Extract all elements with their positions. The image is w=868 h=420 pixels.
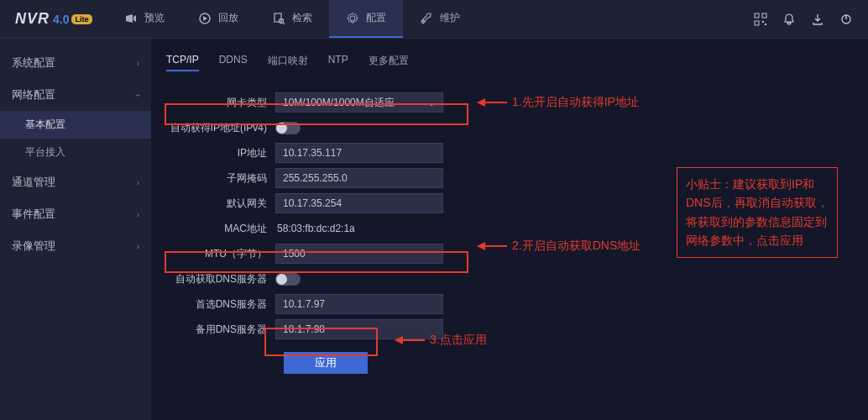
- subtab-more[interactable]: 更多配置: [369, 54, 409, 71]
- bell-icon[interactable]: [782, 13, 796, 26]
- annotation-box-2: [165, 251, 468, 273]
- content: TCP/IP DDNS 端口映射 NTP 更多配置 网卡类型 10M/100M/…: [151, 39, 868, 420]
- sidebar-item-system[interactable]: 系统配置 ›: [0, 47, 151, 79]
- annotation-3: 3.点击应用: [395, 333, 487, 348]
- arrow-line: [484, 102, 507, 103]
- logo-version: 4.0: [53, 13, 69, 26]
- body: 系统配置 › 网络配置 › 基本配置 平台接入 通道管理 › 事件配置 › 录像…: [0, 39, 868, 420]
- input-ip[interactable]: [275, 143, 443, 163]
- chevron-down-icon: ›: [133, 93, 143, 96]
- annotation-2-text: 2.开启自动获取DNS地址: [512, 239, 641, 254]
- label-auto-dns: 自动获取DNS服务器: [166, 272, 275, 286]
- tab-search-label: 检索: [292, 11, 312, 25]
- sidebar-item-event[interactable]: 事件配置 ›: [0, 198, 151, 230]
- chevron-right-icon: ›: [137, 178, 139, 187]
- tab-maintain-label: 维护: [440, 11, 460, 25]
- topbar: NVR 4.0 Lite 预览 回放 检索 配置 维护: [0, 0, 868, 39]
- sidebar-item-channel[interactable]: 通道管理 ›: [0, 166, 151, 198]
- tab-maintain[interactable]: 维护: [403, 0, 477, 38]
- annotation-3-text: 3.点击应用: [430, 333, 487, 348]
- sidebar-sub-basic[interactable]: 基本配置: [0, 111, 151, 139]
- logo-text: NVR: [15, 10, 50, 28]
- gear-icon: [346, 12, 359, 25]
- label-ip: IP地址: [166, 146, 275, 160]
- tab-config-label: 配置: [366, 11, 386, 25]
- tip-box: 小贴士：建议获取到IP和DNS后，再取消自动获取，将获取到的参数信息固定到网络参…: [677, 167, 838, 258]
- arrow-line: [401, 339, 425, 341]
- sidebar-item-record[interactable]: 录像管理 ›: [0, 230, 151, 262]
- tab-playback[interactable]: 回放: [181, 0, 255, 38]
- document-search-icon: [272, 12, 285, 25]
- power-icon[interactable]: [839, 13, 853, 26]
- chevron-right-icon: ›: [137, 210, 139, 219]
- tab-playback-label: 回放: [218, 11, 238, 25]
- arrow-line: [484, 245, 507, 247]
- input-mask[interactable]: [275, 168, 443, 188]
- annotation-2: 2.开启自动获取DNS地址: [477, 239, 641, 254]
- svg-line-3: [283, 23, 285, 24]
- qrcode-icon[interactable]: [754, 13, 767, 26]
- sidebar-label: 录像管理: [12, 239, 55, 254]
- topbar-right: [754, 13, 868, 26]
- download-icon[interactable]: [811, 13, 824, 26]
- subtab-ntp[interactable]: NTP: [328, 54, 348, 71]
- chevron-right-icon: ›: [137, 242, 139, 251]
- row-mac: MAC地址 58:03:fb:dc:d2:1a: [166, 216, 636, 241]
- label-mac: MAC地址: [166, 222, 275, 236]
- tab-preview-label: 预览: [144, 11, 165, 25]
- sub-tabs: TCP/IP DDNS 端口映射 NTP 更多配置: [166, 47, 853, 83]
- label-dns2: 备用DNS服务器: [166, 323, 275, 337]
- logo-badge: Lite: [71, 14, 92, 24]
- annotation-box-1: [165, 103, 468, 125]
- tab-config[interactable]: 配置: [329, 0, 403, 38]
- sidebar: 系统配置 › 网络配置 › 基本配置 平台接入 通道管理 › 事件配置 › 录像…: [0, 39, 151, 420]
- sidebar-sub-platform[interactable]: 平台接入: [0, 139, 151, 166]
- svg-rect-5: [762, 13, 766, 18]
- playback-icon: [198, 12, 212, 25]
- input-gateway[interactable]: [275, 193, 443, 213]
- sidebar-label: 网络配置: [12, 87, 55, 102]
- row-gateway: 默认网关: [166, 191, 636, 216]
- main-tabs: 预览 回放 检索 配置 维护: [107, 0, 477, 38]
- subtab-port[interactable]: 端口映射: [268, 54, 308, 71]
- svg-rect-7: [762, 21, 764, 23]
- row-mask: 子网掩码: [166, 165, 636, 191]
- label-gateway: 默认网关: [166, 197, 275, 211]
- wrench-icon: [420, 12, 433, 25]
- tab-search[interactable]: 检索: [255, 0, 329, 38]
- svg-rect-1: [275, 13, 281, 22]
- sidebar-item-network[interactable]: 网络配置 ›: [0, 79, 151, 111]
- sidebar-sub-label: 平台接入: [25, 146, 65, 158]
- tip-text: 小贴士：建议获取到IP和DNS后，再取消自动获取，将获取到的参数信息固定到网络参…: [686, 177, 829, 247]
- sidebar-label: 通道管理: [12, 175, 55, 190]
- tab-preview[interactable]: 预览: [107, 0, 181, 38]
- svg-rect-4: [755, 13, 759, 18]
- sidebar-sub-label: 基本配置: [25, 118, 65, 130]
- toggle-auto-dns[interactable]: [275, 273, 301, 286]
- sidebar-label: 系统配置: [12, 55, 55, 71]
- row-dns1: 首选DNS服务器: [166, 291, 636, 317]
- annotation-1: 1.先开启自动获得IP地址: [477, 95, 639, 110]
- subtab-ddns[interactable]: DDNS: [219, 54, 248, 71]
- row-ip: IP地址: [166, 140, 636, 165]
- subtab-tcpip[interactable]: TCP/IP: [166, 54, 199, 71]
- svg-rect-8: [765, 24, 766, 25]
- annotation-1-text: 1.先开启自动获得IP地址: [512, 95, 639, 110]
- sidebar-label: 事件配置: [12, 207, 55, 222]
- label-mask: 子网掩码: [166, 171, 275, 186]
- value-mac: 58:03:fb:dc:d2:1a: [275, 220, 357, 237]
- camera-icon: [124, 12, 138, 25]
- input-dns1[interactable]: [275, 294, 443, 314]
- logo: NVR 4.0 Lite: [0, 10, 107, 28]
- annotation-box-3: [264, 328, 378, 356]
- chevron-right-icon: ›: [137, 59, 139, 68]
- label-dns1: 首选DNS服务器: [166, 297, 275, 312]
- svg-rect-6: [755, 21, 759, 25]
